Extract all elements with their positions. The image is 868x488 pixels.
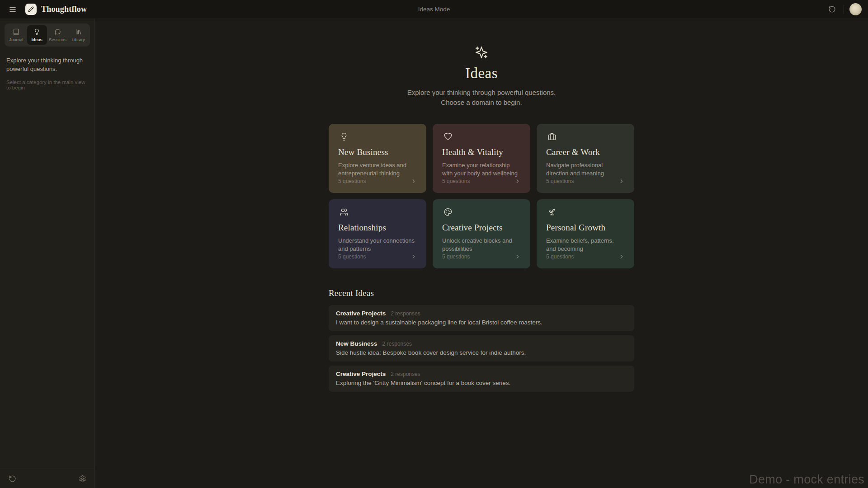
lightbulb-icon [33,28,40,35]
hamburger-menu-icon [9,5,17,14]
card-question-count: 5 questions [442,253,470,260]
sidebar-hint: Select a category in the main view to be… [6,80,88,90]
lightbulb-icon [338,132,350,141]
card-title: New Business [338,147,417,157]
settings-button[interactable] [76,473,88,484]
recent-idea-text: Exploring the 'Gritty Minimalism' concep… [336,380,627,386]
recent-ideas-list: Creative Projects 2 responses I want to … [329,305,634,392]
menu-button[interactable] [6,3,19,16]
heart-icon [442,132,454,141]
sidebar-description: Explore your thinking through powerful q… [6,56,88,74]
card-footer: 5 questions [442,178,521,184]
history-icon [828,5,836,13]
topbar-divider [844,5,844,14]
app-logo [25,4,37,15]
sidebar-tab-journal[interactable]: Journal [6,25,26,45]
recent-idea-text: I want to design a sustainable packaging… [336,319,627,326]
category-card[interactable]: New Business Explore venture ideas and e… [329,124,426,193]
card-description: Understand your connections and patterns [338,237,417,253]
card-title: Creative Projects [442,223,521,233]
category-card[interactable]: Relationships Understand your connection… [329,199,426,268]
recent-idea-responses: 2 responses [382,341,412,347]
gear-icon [79,475,86,483]
recent-idea-category: New Business [336,340,377,347]
history-button-sidebar[interactable] [6,473,18,484]
book-icon [13,28,19,35]
tab-label: Library [72,37,85,42]
card-question-count: 5 questions [338,178,366,184]
chevron-right-icon [514,178,521,184]
history-icon [9,475,16,483]
briefcase-icon [546,132,558,141]
card-title: Career & Work [546,147,625,157]
recent-ideas-section: Recent Ideas Creative Projects 2 respons… [329,288,634,392]
card-description: Examine your relationship with your body… [442,161,521,178]
recent-idea-responses: 2 responses [391,371,420,377]
recent-idea-item[interactable]: Creative Projects 2 responses I want to … [329,305,634,331]
chat-bubble-icon [54,28,61,35]
chevron-right-icon [410,178,417,184]
category-card[interactable]: Creative Projects Unlock creative blocks… [433,199,530,268]
top-bar: Thoughtflow Ideas Mode [0,0,868,19]
hero: Ideas Explore your thinking through powe… [95,45,868,108]
category-card[interactable]: Health & Vitality Examine your relations… [433,124,530,193]
card-question-count: 5 questions [338,253,366,260]
palette-icon [442,208,454,216]
recent-idea-text: Side hustle idea: Bespoke book cover des… [336,349,627,356]
main-content: Ideas Explore your thinking through powe… [95,19,868,488]
history-button[interactable] [826,3,838,16]
recent-idea-responses: 2 responses [391,310,420,317]
sidebar-tab-ideas[interactable]: Ideas [27,25,47,45]
tab-label: Ideas [31,37,42,42]
recent-idea-item[interactable]: Creative Projects 2 responses Exploring … [329,366,634,392]
card-question-count: 5 questions [442,178,470,184]
category-card[interactable]: Career & Work Navigate professional dire… [537,124,634,193]
card-footer: 5 questions [546,178,625,184]
card-description: Examine beliefs, patterns, and becoming [546,237,625,253]
card-description: Navigate professional direction and mean… [546,161,625,178]
chevron-right-icon [514,253,521,260]
recent-idea-item[interactable]: New Business 2 responses Side hustle ide… [329,335,634,361]
sidebar-tab-sessions[interactable]: Sessions [48,25,68,45]
card-description: Explore venture ideas and entrepreneuria… [338,161,417,178]
tab-label: Journal [9,37,23,42]
sidebar-tab-library[interactable]: Library [68,25,88,45]
chevron-right-icon [410,253,417,260]
pencil-icon [28,6,34,12]
recent-idea-category: Creative Projects [336,371,386,377]
card-description: Unlock creative blocks and possibilities [442,237,521,253]
sidebar-tab-bar: Journal Ideas Sessions Library [5,23,90,47]
sprout-icon [546,208,558,216]
recent-ideas-heading: Recent Ideas [329,288,634,298]
card-footer: 5 questions [338,253,417,260]
sidebar: Journal Ideas Sessions Library Explore y… [0,19,95,488]
brand: Thoughtflow [25,4,87,15]
demo-watermark: Demo - mock entries [749,473,864,487]
users-icon [338,208,350,216]
tab-label: Sessions [49,37,66,42]
card-footer: 5 questions [338,178,417,184]
card-question-count: 5 questions [546,253,574,260]
card-footer: 5 questions [442,253,521,260]
category-cards-grid: New Business Explore venture ideas and e… [329,124,634,268]
card-footer: 5 questions [546,253,625,260]
card-title: Relationships [338,223,417,233]
mode-title: Ideas Mode [0,6,868,13]
card-title: Personal Growth [546,223,625,233]
sidebar-footer [0,469,94,488]
sparkles-icon [474,45,489,60]
user-avatar[interactable] [849,3,862,15]
card-question-count: 5 questions [546,178,574,184]
category-card[interactable]: Personal Growth Examine beliefs, pattern… [537,199,634,268]
page-subtitle: Explore your thinking through powerful q… [404,88,560,108]
card-title: Health & Vitality [442,147,521,157]
library-icon [75,28,82,35]
recent-idea-category: Creative Projects [336,310,386,317]
page-title: Ideas [465,65,498,82]
app-name: Thoughtflow [41,5,87,14]
chevron-right-icon [618,178,625,184]
chevron-right-icon [618,253,625,260]
